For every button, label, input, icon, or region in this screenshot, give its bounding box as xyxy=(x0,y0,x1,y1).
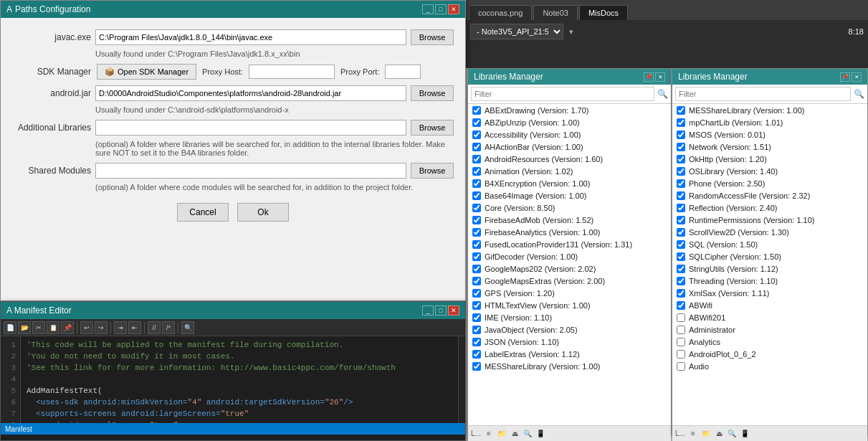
javac-browse-btn[interactable]: Browse xyxy=(411,29,454,45)
addlibs-browse-btn[interactable]: Browse xyxy=(411,120,454,136)
lib-checkbox[interactable] xyxy=(677,240,685,249)
lib-checkbox[interactable] xyxy=(472,143,481,151)
lib-checkbox[interactable] xyxy=(677,216,685,224)
paths-close-btn[interactable]: ✕ xyxy=(448,4,459,14)
libs-right-close-btn[interactable]: ✕ xyxy=(852,72,862,82)
cancel-btn[interactable]: Cancel xyxy=(177,203,229,222)
footer-right-icon-6[interactable]: 📱 xyxy=(740,429,750,439)
lib-checkbox[interactable] xyxy=(472,131,481,139)
tab-misdocs[interactable]: MisDocs xyxy=(579,5,628,20)
lib-checkbox[interactable] xyxy=(472,118,481,127)
lib-checkbox[interactable] xyxy=(677,191,685,200)
lib-checkbox[interactable] xyxy=(472,289,481,298)
footer-icon-6[interactable]: 📱 xyxy=(535,429,545,439)
lib-checkbox[interactable] xyxy=(677,155,685,163)
lib-checkbox[interactable] xyxy=(677,167,685,176)
tab-note03[interactable]: Note03 xyxy=(533,5,577,20)
uncomment-icon[interactable]: /* xyxy=(162,321,175,334)
lib-checkbox[interactable] xyxy=(677,106,685,115)
code-area[interactable]: 1 2 3 4 5 6 7 8 9 'This code will be app… xyxy=(1,336,465,423)
lib-checkbox[interactable] xyxy=(677,326,685,334)
manifest-minimize-btn[interactable]: _ xyxy=(422,305,434,316)
lib-checkbox[interactable] xyxy=(677,118,685,127)
javac-input[interactable] xyxy=(95,29,406,45)
lib-checkbox[interactable] xyxy=(472,313,481,322)
lib-checkbox[interactable] xyxy=(677,265,685,273)
lib-checkbox[interactable] xyxy=(677,362,685,371)
libs-left-filter-input[interactable] xyxy=(471,87,654,101)
lib-checkbox[interactable] xyxy=(472,191,481,200)
lib-checkbox[interactable] xyxy=(472,204,481,212)
lib-checkbox[interactable] xyxy=(472,240,481,249)
android-browse-btn[interactable]: Browse xyxy=(411,85,454,101)
lib-checkbox[interactable] xyxy=(677,313,685,322)
copy-icon[interactable]: 📋 xyxy=(47,321,59,334)
open-sdk-btn[interactable]: 📦 Open SDK Manager xyxy=(97,64,196,80)
device-select[interactable]: - Note3V5_API_21:5554 xyxy=(470,24,563,39)
lib-checkbox[interactable] xyxy=(472,265,481,273)
lib-checkbox[interactable] xyxy=(472,277,481,285)
comment-icon[interactable]: // xyxy=(148,321,161,334)
lib-checkbox[interactable] xyxy=(472,252,481,261)
lib-checkbox[interactable] xyxy=(472,362,481,371)
libs-left-pin-btn[interactable]: 📌 xyxy=(644,72,654,82)
footer-icon-2[interactable]: ≡ xyxy=(484,429,494,439)
lib-checkbox[interactable] xyxy=(677,204,685,212)
footer-right-icon-1[interactable]: L... xyxy=(675,429,685,439)
lib-checkbox[interactable] xyxy=(677,131,685,139)
lib-checkbox[interactable] xyxy=(472,179,481,188)
lib-checkbox[interactable] xyxy=(472,228,481,237)
lib-checkbox[interactable] xyxy=(472,350,481,359)
lib-checkbox[interactable] xyxy=(677,252,685,261)
footer-right-icon-4[interactable]: ⏏ xyxy=(714,429,724,439)
proxy-port-input[interactable] xyxy=(385,65,421,79)
addlibs-input[interactable] xyxy=(95,120,406,136)
indent-icon[interactable]: ⇥ xyxy=(114,321,127,334)
ok-btn[interactable]: Ok xyxy=(237,203,289,222)
code-content[interactable]: 'This code will be applied to the manife… xyxy=(21,336,458,423)
lib-checkbox[interactable] xyxy=(472,167,481,176)
proxy-host-input[interactable] xyxy=(249,65,335,79)
manifest-maximize-btn[interactable]: □ xyxy=(435,305,447,316)
lib-checkbox[interactable] xyxy=(472,338,481,346)
manifest-close-btn[interactable]: ✕ xyxy=(448,305,459,316)
lib-checkbox[interactable] xyxy=(472,155,481,163)
paths-minimize-btn[interactable]: _ xyxy=(422,4,434,14)
footer-right-icon-5[interactable]: 🔍 xyxy=(727,429,737,439)
undo-icon[interactable]: ↩ xyxy=(80,321,93,334)
lib-checkbox[interactable] xyxy=(472,216,481,224)
footer-icon-3[interactable]: 📁 xyxy=(497,429,507,439)
open-file-icon[interactable]: 📂 xyxy=(18,321,31,334)
libs-right-pin-btn[interactable]: 📌 xyxy=(840,72,850,82)
paths-maximize-btn[interactable]: □ xyxy=(435,4,447,14)
tab-coconas[interactable]: coconas.png xyxy=(469,5,532,20)
footer-icon-5[interactable]: 🔍 xyxy=(523,429,533,439)
shared-input[interactable] xyxy=(95,163,406,179)
scrollbar-right[interactable] xyxy=(458,336,465,423)
outdent-icon[interactable]: ⇤ xyxy=(128,321,141,334)
lib-checkbox[interactable] xyxy=(677,338,685,346)
lib-checkbox[interactable] xyxy=(677,289,685,298)
footer-right-icon-3[interactable]: 📁 xyxy=(701,429,711,439)
libs-right-filter-input[interactable] xyxy=(675,87,851,101)
new-file-icon[interactable]: 📄 xyxy=(4,321,16,334)
lib-checkbox[interactable] xyxy=(472,326,481,334)
lib-checkbox[interactable] xyxy=(677,350,685,359)
lib-checkbox[interactable] xyxy=(677,228,685,237)
libs-left-close-btn[interactable]: ✕ xyxy=(655,72,665,82)
lib-checkbox[interactable] xyxy=(472,301,481,310)
shared-browse-btn[interactable]: Browse xyxy=(411,163,454,179)
lib-checkbox[interactable] xyxy=(677,277,685,285)
search-icon[interactable]: 🔍 xyxy=(181,321,194,334)
footer-right-icon-2[interactable]: ≡ xyxy=(688,429,698,439)
footer-icon-1[interactable]: L... xyxy=(471,429,481,439)
paste-icon[interactable]: 📌 xyxy=(61,321,74,334)
lib-checkbox[interactable] xyxy=(677,301,685,310)
lib-checkbox[interactable] xyxy=(677,143,685,151)
lib-checkbox[interactable] xyxy=(472,106,481,115)
footer-icon-4[interactable]: ⏏ xyxy=(510,429,520,439)
lib-checkbox[interactable] xyxy=(677,179,685,188)
android-jar-input[interactable] xyxy=(95,85,406,101)
redo-icon[interactable]: ↪ xyxy=(95,321,108,334)
cut-icon[interactable]: ✂ xyxy=(32,321,45,334)
